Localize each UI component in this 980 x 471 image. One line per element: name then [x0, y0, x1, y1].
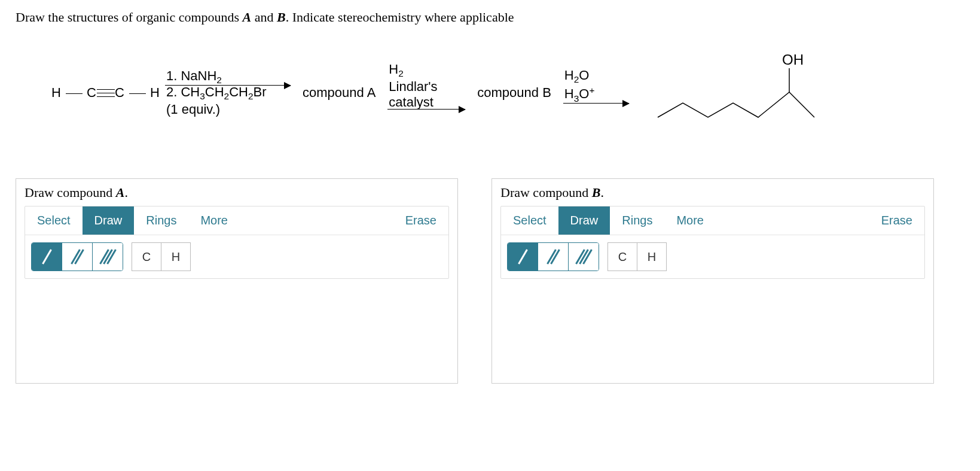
q-A: A [243, 10, 252, 25]
oh-label: OH [782, 51, 804, 68]
drawing-canvas-a[interactable] [25, 279, 449, 375]
atom-h-button[interactable]: H [161, 242, 191, 271]
starting-material: H CC H [51, 85, 160, 101]
bond-group-b [507, 242, 599, 271]
arrow-step3: H2O H3O+ [563, 68, 629, 118]
product-structure: OH [640, 49, 819, 136]
triple-bond-button[interactable] [569, 243, 599, 271]
question-text: Draw the structures of organic compounds… [16, 10, 964, 25]
arrow-step2: H2 Lindlar's catalyst [387, 62, 465, 124]
arrow2-line [387, 109, 465, 110]
triple-bond-button[interactable] [93, 243, 123, 271]
tab-more[interactable]: More [188, 206, 240, 235]
atom-group-a: C H [132, 242, 191, 271]
step2-top: H2 Lindlar's catalyst [386, 62, 466, 110]
tab-select[interactable]: Select [501, 206, 558, 235]
q-prefix: Draw the structures of organic compounds [16, 10, 243, 25]
bond-group-a [31, 242, 123, 271]
double-bond-icon [70, 250, 84, 264]
tab-draw[interactable]: Draw [83, 206, 135, 235]
tab-rings[interactable]: Rings [134, 206, 188, 235]
single-bond-icon [39, 250, 54, 264]
panel-b-title: Draw compound B. [492, 179, 933, 206]
tab-select[interactable]: Select [25, 206, 83, 235]
single-bond-button[interactable] [508, 243, 538, 271]
double-bond-button[interactable] [538, 243, 569, 271]
step1-bot: 2. CH3CH2CH2Br (1 equiv.) [164, 84, 292, 117]
compound-a-label: compound A [303, 85, 375, 101]
atom-c-button[interactable]: C [132, 242, 161, 271]
q-mid: and [251, 10, 277, 25]
tab-rings[interactable]: Rings [610, 206, 664, 235]
panel-compound-b: Draw compound B. Select Draw Rings More … [491, 178, 934, 384]
toolbar-a: Select Draw Rings More Erase C H [25, 206, 449, 279]
atom-group-b: C H [607, 242, 667, 271]
single-bond-button[interactable] [32, 243, 62, 271]
arrow1-line [165, 85, 291, 86]
triple-bond-icon [100, 250, 115, 264]
tab-erase[interactable]: Erase [393, 206, 448, 235]
tab-draw[interactable]: Draw [558, 206, 610, 235]
compound-b-label: compound B [477, 85, 551, 101]
step3-top: H2O H3O+ [562, 68, 630, 104]
tab-erase[interactable]: Erase [869, 206, 924, 235]
arrow3-line [563, 103, 629, 104]
tab-more[interactable]: More [664, 206, 716, 235]
double-bond-icon [546, 250, 560, 264]
toolbar-b: Select Draw Rings More Erase C H [500, 206, 925, 279]
single-bond-icon [515, 250, 530, 264]
arrow-step1: 1. NaNH2 2. CH3CH2CH2Br (1 equiv.) [165, 68, 291, 117]
panel-compound-a: Draw compound A. Select Draw Rings More … [16, 178, 458, 384]
panel-a-title: Draw compound A. [16, 179, 457, 206]
atom-c-button[interactable]: C [607, 242, 637, 271]
q-suffix: . Indicate stereochemistry where applica… [286, 10, 514, 25]
triple-bond-icon [576, 250, 591, 264]
atom-h-button[interactable]: H [637, 242, 667, 271]
drawing-canvas-b[interactable] [500, 279, 925, 375]
reaction-scheme: H CC H 1. NaNH2 2. CH3CH2CH2Br (1 equiv.… [51, 49, 964, 136]
q-B: B [277, 10, 286, 25]
double-bond-button[interactable] [62, 243, 93, 271]
step1-top: 1. NaNH2 [164, 68, 292, 86]
